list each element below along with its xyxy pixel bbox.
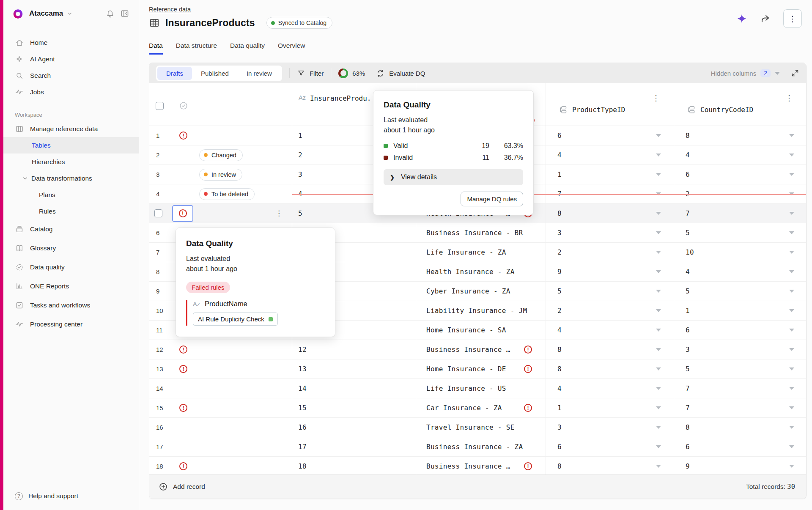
row-status-cell[interactable]: !⋮ [170,204,292,223]
sidebar-item-hierarchies[interactable]: Hierarchies [3,154,139,170]
chevron-down-icon[interactable] [656,367,661,370]
cell-producttypeid[interactable]: 5 [546,282,674,301]
cell-insuranceproductid[interactable]: 16 [292,418,416,437]
column-header-producttypeid[interactable]: ProductTypeID ⋮ [546,83,674,126]
sidebar-item-data-quality[interactable]: Data quality [3,258,139,277]
cell-producttypeid[interactable]: 3 [546,418,674,437]
chevron-down-icon[interactable] [789,134,794,137]
sidebar-item-tasks-and-workflows[interactable]: Tasks and workflows [3,296,139,315]
chevron-down-icon[interactable] [789,426,794,429]
row-menu-kebab[interactable]: ⋮ [275,209,283,218]
row-status-cell[interactable]: ! [170,359,292,378]
chevron-down-icon[interactable] [656,445,661,448]
column-header-countrycodeid[interactable]: CountryCodeID ⋮ [674,83,807,126]
chevron-down-icon[interactable] [789,465,794,468]
cell-countrycodeid[interactable]: 1 [674,301,806,320]
chevron-down-icon[interactable] [656,465,661,468]
hidden-columns-control[interactable]: Hidden columns 2 [711,69,780,77]
sidebar-item-search[interactable]: Search [3,67,139,84]
fullscreen-expand-icon[interactable] [791,69,799,77]
cell-producttypeid[interactable]: 2 [546,301,674,320]
tab-data[interactable]: Data [149,42,163,55]
cell-countrycodeid[interactable]: 5 [674,359,806,378]
chevron-down-icon[interactable] [656,329,661,332]
sidebar-item-data-transformations[interactable]: Data transformations [3,170,139,186]
filter-button[interactable]: Filter [297,69,324,77]
chevron-down-icon[interactable] [789,367,794,370]
evaluate-dq-button[interactable]: Evaluate DQ [376,69,425,78]
row-status-cell[interactable] [170,437,292,456]
cell-productname[interactable]: Business Insurance - BR [416,223,546,242]
chevron-down-icon[interactable] [656,154,661,156]
cell-insuranceproductid[interactable]: 17 [292,437,416,456]
cell-producttypeid[interactable]: 2 [546,243,674,262]
cell-countrycodeid[interactable]: 7 [674,398,806,417]
cell-productname[interactable]: Life Insurance - US [416,379,546,398]
cell-productname[interactable]: Business Insurance …! [416,457,546,474]
sidebar-item-processing-center[interactable]: Processing center [3,315,139,334]
sidebar-item-manage-reference-data[interactable]: Manage reference data [3,121,139,137]
row-status-cell[interactable]: ! [170,398,292,417]
chevron-down-icon[interactable] [656,406,661,409]
chevron-down-icon[interactable] [789,406,794,409]
cell-productname[interactable]: Home Insurance - DE! [416,359,546,378]
sidebar-item-one-reports[interactable]: ONE Reports [3,277,139,296]
cell-producttypeid[interactable]: 4 [546,321,674,340]
chevron-down-icon[interactable] [656,387,661,390]
row-status-cell[interactable]: ! [170,340,292,359]
chevron-down-icon[interactable] [656,290,661,293]
cell-producttypeid[interactable]: 8 [546,340,674,359]
sidebar-item-rules[interactable]: Rules [3,203,139,219]
row-status-cell[interactable]: ! [170,457,292,474]
cell-productname[interactable]: Travel Insurance - SE [416,418,546,437]
chevron-down-icon[interactable] [656,212,661,215]
cell-producttypeid[interactable]: 7 [546,184,674,203]
chevron-down-icon[interactable] [789,231,794,234]
cell-producttypeid[interactable]: 6 [546,437,674,456]
chevron-down-icon[interactable] [656,309,661,312]
segment-in-review[interactable]: In review [238,67,281,80]
chevron-down-icon[interactable] [656,270,661,273]
chevron-down-icon[interactable] [656,251,661,254]
row-status-cell[interactable] [170,418,292,437]
cell-productname[interactable]: Liability Insurance - JM [416,301,546,320]
chevron-down-icon[interactable] [789,309,794,312]
cell-countrycodeid[interactable]: 4 [674,262,806,281]
cell-countrycodeid[interactable]: 7 [674,379,806,398]
cell-countrycodeid[interactable]: 6 [674,165,806,184]
column-menu-kebab[interactable]: ⋮ [785,93,793,103]
column-menu-kebab[interactable]: ⋮ [652,93,660,103]
collapse-sidebar-icon[interactable] [119,8,130,19]
row-checkbox[interactable] [154,209,162,217]
cell-producttypeid[interactable]: 9 [546,262,674,281]
cell-countrycodeid[interactable]: 7 [674,204,806,223]
chevron-down-icon[interactable] [789,212,794,215]
cell-producttypeid[interactable]: 6 [546,126,674,145]
cell-countrycodeid[interactable]: 5 [674,223,806,242]
chevron-down-icon[interactable] [656,173,661,176]
notifications-bell-icon[interactable] [104,8,115,19]
cell-productname[interactable]: Home Insurance - SA [416,321,546,340]
segment-published[interactable]: Published [192,67,238,80]
manage-dq-rules-button[interactable]: Manage DQ rules [461,192,523,206]
cell-producttypeid[interactable]: 4 [546,145,674,165]
sidebar-item-ai-agent[interactable]: AI Agent [3,51,139,67]
cell-countrycodeid[interactable]: 8 [674,418,806,437]
sidebar-item-glossary[interactable]: Glossary [3,239,139,258]
tab-data-structure[interactable]: Data structure [176,42,217,55]
chevron-down-icon[interactable] [656,426,661,429]
chevron-down-icon[interactable] [789,387,794,390]
chevron-down-icon[interactable] [656,134,661,137]
brand-chevron-down-icon[interactable] [67,11,73,16]
view-details-button[interactable]: ❯ View details [384,169,523,185]
segment-drafts[interactable]: Drafts [157,67,192,80]
select-all-checkbox[interactable] [156,102,164,110]
cell-producttypeid[interactable]: 1 [546,165,674,184]
tab-overview[interactable]: Overview [278,42,305,55]
cell-producttypeid[interactable]: 8 [546,204,674,223]
cell-producttypeid[interactable]: 3 [546,223,674,242]
cell-countrycodeid[interactable]: 5 [674,282,806,301]
chevron-down-icon[interactable] [656,348,661,351]
chevron-down-icon[interactable] [789,251,794,254]
cell-countrycodeid[interactable]: 2 [674,184,806,203]
